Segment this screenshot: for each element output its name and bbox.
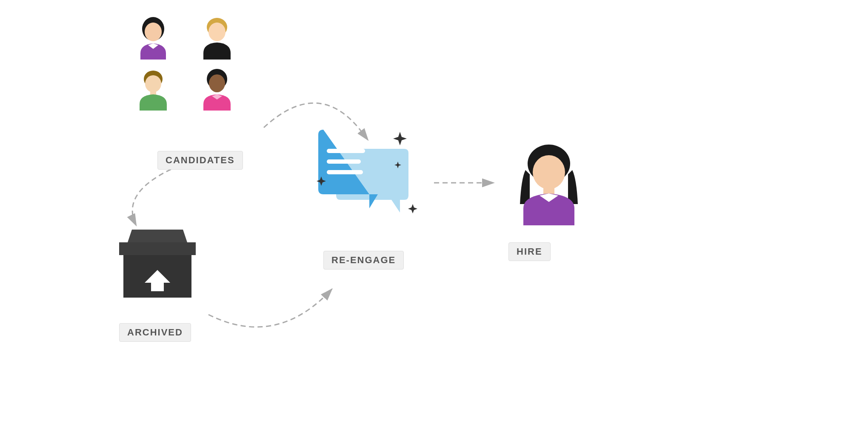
hire-label: HIRE bbox=[508, 242, 551, 261]
candidates-group bbox=[123, 13, 247, 118]
svg-point-5 bbox=[145, 23, 162, 41]
candidates-label: CANDIDATES bbox=[157, 151, 243, 170]
svg-rect-14 bbox=[327, 149, 365, 153]
svg-point-12 bbox=[209, 74, 225, 92]
hire-wrap bbox=[511, 140, 579, 227]
avatars-grid bbox=[123, 13, 247, 111]
reengage-wrap bbox=[315, 115, 425, 234]
svg-rect-16 bbox=[327, 170, 363, 174]
svg-rect-15 bbox=[327, 159, 361, 164]
archived-label: ARCHIVED bbox=[119, 323, 191, 342]
svg-point-18 bbox=[533, 155, 565, 189]
svg-point-9 bbox=[145, 75, 161, 92]
archive-wrap bbox=[115, 221, 200, 310]
svg-point-7 bbox=[208, 23, 226, 41]
reengage-label: RE-ENGAGE bbox=[323, 251, 404, 270]
svg-rect-10 bbox=[150, 91, 156, 95]
avatar-female-dark bbox=[187, 64, 247, 111]
avatar-male-blonde bbox=[187, 13, 247, 60]
scene: CANDIDATES ARCHIVED bbox=[0, 0, 868, 426]
avatar-female-purple bbox=[123, 13, 183, 60]
avatar-male-light bbox=[123, 64, 183, 111]
